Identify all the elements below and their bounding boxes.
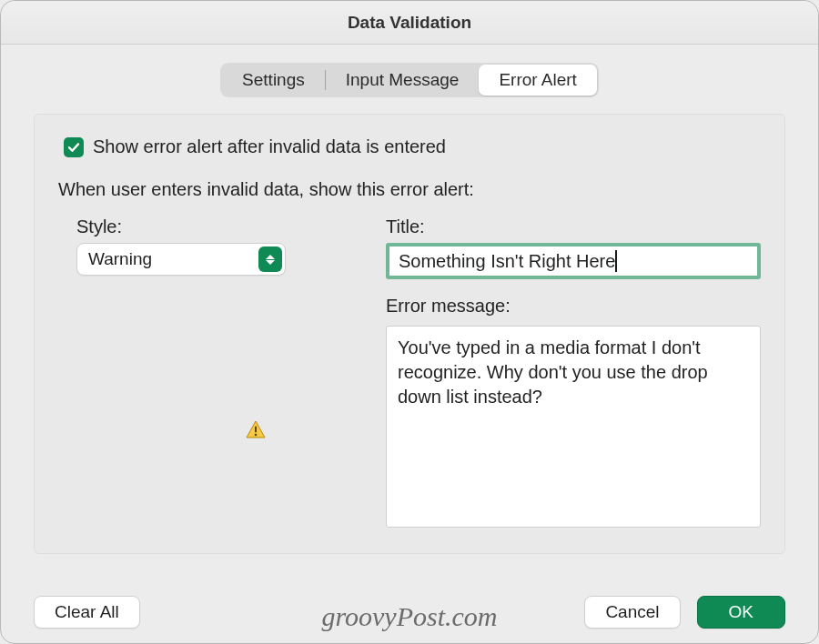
updown-chevron-icon xyxy=(258,247,282,272)
dialog-footer: Clear All Cancel OK xyxy=(1,596,818,629)
style-select[interactable]: Warning xyxy=(76,243,286,276)
title-input-value: Something Isn't Right Here xyxy=(399,251,615,272)
style-label: Style: xyxy=(76,216,377,237)
warning-icon xyxy=(246,420,266,438)
titlebar: Data Validation xyxy=(1,1,818,45)
instruction-text: When user enters invalid data, show this… xyxy=(58,179,761,200)
show-error-checkbox[interactable] xyxy=(64,137,84,157)
segmented-control: Settings Input Message Error Alert xyxy=(220,63,599,97)
tab-input-message[interactable]: Input Message xyxy=(326,65,480,96)
svg-point-1 xyxy=(255,434,258,437)
ok-button[interactable]: OK xyxy=(697,596,785,629)
error-message-label: Error message: xyxy=(386,296,761,317)
svg-rect-0 xyxy=(255,427,257,433)
style-select-value: Warning xyxy=(88,249,152,269)
title-input[interactable]: Something Isn't Right Here xyxy=(386,243,761,279)
clear-all-button[interactable]: Clear All xyxy=(34,596,140,629)
show-error-checkbox-label: Show error alert after invalid data is e… xyxy=(93,136,446,157)
error-message-input[interactable]: You've typed in a media format I don't r… xyxy=(386,326,761,528)
text-caret xyxy=(615,250,617,272)
tab-bar: Settings Input Message Error Alert xyxy=(1,63,818,97)
tab-error-alert[interactable]: Error Alert xyxy=(479,65,597,96)
error-message-value: You've typed in a media format I don't r… xyxy=(398,337,708,407)
checkmark-icon xyxy=(67,141,80,154)
title-label: Title: xyxy=(386,216,761,237)
error-alert-panel: Show error alert after invalid data is e… xyxy=(34,114,785,554)
cancel-button[interactable]: Cancel xyxy=(584,596,680,629)
tab-settings[interactable]: Settings xyxy=(222,65,325,96)
show-error-checkbox-row: Show error alert after invalid data is e… xyxy=(64,136,761,157)
window-title: Data Validation xyxy=(348,13,471,33)
